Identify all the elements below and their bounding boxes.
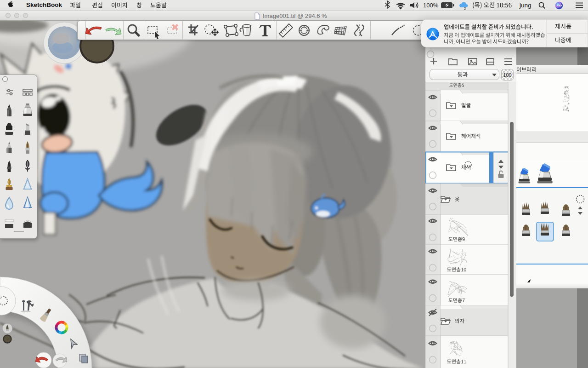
svg-text:100: 100 — [503, 72, 511, 78]
svg-text:2: 2 — [464, 6, 466, 10]
